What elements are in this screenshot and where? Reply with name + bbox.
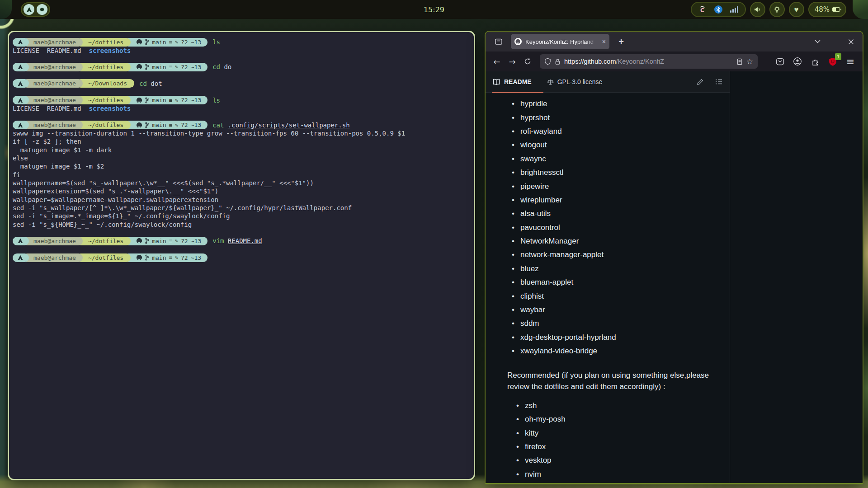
bookmark-star-icon[interactable]: ☆ — [746, 58, 753, 66]
git-branch-name: main — [152, 122, 166, 128]
headset-icon: C — [698, 5, 707, 14]
tray-headset-button[interactable]: C — [698, 5, 707, 14]
github-icon — [136, 254, 142, 261]
github-icon — [136, 39, 142, 45]
terminal-output-line: else — [13, 154, 469, 162]
terminal-text: screenshots — [89, 47, 131, 54]
chevron-down-icon — [815, 40, 821, 43]
reload-icon — [524, 58, 531, 65]
prompt-os-segment — [13, 237, 29, 245]
tab-close-button[interactable]: × — [602, 38, 606, 45]
recommended-paragraph: Recommended (if you plan on using someth… — [507, 370, 712, 392]
git-untracked-count: ?2 — [181, 254, 188, 261]
svg-text:C: C — [700, 7, 704, 14]
terminal-window[interactable]: maeb@archmae ~/dotfiles main ≡ ✎ ?2 ~13 … — [8, 31, 475, 480]
tray-bluetooth-button[interactable] — [714, 5, 722, 14]
extensions-button[interactable] — [810, 56, 820, 66]
package-item: rofi-wayland — [512, 125, 730, 138]
git-edit-icon: ✎ — [175, 97, 178, 103]
adblocker-button[interactable]: 1 — [828, 56, 838, 66]
terminal-prompt-line: maeb@archmae ~/dotfiles main ≡ ✎ ?2 ~13 … — [13, 237, 469, 245]
git-untracked-count: ?2 — [181, 122, 188, 128]
terminal-output-line: sed -i "s_image=.*_image=${1}_" ~/.confi… — [13, 212, 469, 220]
lock-icon[interactable] — [555, 58, 561, 65]
terminal-text — [224, 122, 227, 129]
git-modified-count: ~13 — [191, 254, 201, 261]
shield-icon[interactable] — [544, 58, 551, 65]
shell-prompt: maeb@archmae ~/Downloads — [13, 79, 134, 88]
git-sync-status: ≡ — [169, 39, 172, 45]
list-item-label: alsa-utils — [520, 209, 551, 218]
back-button[interactable]: ← — [490, 55, 504, 68]
battery-widget[interactable]: 48% — [808, 2, 846, 17]
shell-prompt: maeb@archmae ~/dotfiles main ≡ ✎ ?2 ~13 — [13, 121, 208, 129]
git-edit-icon: ✎ — [175, 238, 178, 244]
git-branch-name: main — [152, 97, 166, 103]
readme-label: README — [504, 78, 532, 85]
reader-mode-icon[interactable] — [736, 58, 743, 65]
terminal-text: matugen image $1 -m dark — [13, 146, 112, 154]
terminal-text: do — [220, 63, 231, 70]
package-item: alsa-utils — [512, 207, 730, 221]
reload-button[interactable] — [521, 55, 534, 68]
tab-readme[interactable]: README — [493, 78, 532, 85]
github-icon — [136, 64, 142, 70]
list-item-label: pavucontrol — [520, 223, 560, 232]
battery-percent: 48% — [815, 5, 830, 14]
outline-button[interactable] — [715, 79, 722, 85]
browser-tab[interactable]: Keyoonz/KonfiZ: Hyprland × — [511, 34, 609, 49]
law-scales-icon — [547, 79, 554, 85]
git-edit-icon: ✎ — [175, 64, 178, 70]
terminal-link[interactable]: .config/scripts/set-wallpaper.sh — [228, 122, 350, 129]
dot-button[interactable] — [37, 4, 47, 15]
terminal-text: matugen image $1 -m $2 — [13, 163, 104, 170]
list-all-tabs-button[interactable] — [811, 35, 824, 48]
tray-network-button[interactable] — [730, 6, 738, 13]
list-item-label: xwayland-video-bridge — [520, 347, 597, 356]
package-item: xdg-desktop-portal-hyprland — [512, 331, 730, 344]
recommended-item: zsh — [516, 399, 730, 413]
package-item: cliphist — [512, 289, 730, 303]
account-button[interactable] — [793, 56, 802, 66]
package-item: wlogout — [512, 138, 730, 152]
terminal-text: wallpaper=$wallpapername-wallpaper.$wall… — [13, 196, 218, 203]
prompt-dir-segment: ~/dotfiles — [76, 63, 131, 71]
package-item: sddm — [512, 317, 730, 330]
list-item-label: brightnessctl — [520, 168, 563, 177]
brightness-button[interactable] — [769, 2, 785, 17]
menu-button[interactable]: ≡ — [845, 56, 855, 66]
git-sync-status: ≡ — [169, 97, 172, 103]
terminal-text: swww img --transition-duration 1 --trans… — [13, 130, 405, 137]
arch-logo-icon — [18, 238, 23, 244]
recommended-item: nvim — [516, 468, 730, 481]
prompt-dir-segment: ~/dotfiles — [76, 237, 131, 245]
terminal-text: else — [13, 155, 28, 162]
terminal-output-line: LICENSE README.md screenshots — [13, 46, 469, 54]
license-label: GPL-3.0 license — [557, 78, 603, 85]
new-tab-button[interactable]: + — [615, 35, 627, 48]
recommended-item: oh-my-posh — [516, 413, 730, 426]
git-branch-icon — [145, 254, 149, 261]
heart-icon: ♥ — [794, 6, 799, 14]
forward-button[interactable]: → — [505, 55, 519, 68]
toolbar-extensions-area: 1 ≡ — [775, 56, 858, 66]
url-bar[interactable]: https://github.com/Keyoonz/KonfiZ ☆ — [540, 54, 758, 69]
terminal-prompt-line: maeb@archmae ~/dotfiles main ≡ ✎ ?2 ~13 — [13, 253, 469, 262]
url-host: github.com — [584, 58, 616, 65]
terminal-prompt-line: maeb@archmae ~/dotfiles main ≡ ✎ ?2 ~13 … — [13, 63, 469, 71]
terminal-link[interactable]: README.md — [228, 237, 262, 244]
readme-body: hypridle hyprshot rofi-wayland wlogout s… — [486, 93, 730, 484]
terminal-output-line: sed -i "s_wallpaper/[^ ]*\.\w*_wallpaper… — [13, 204, 469, 212]
firefox-view-button[interactable] — [492, 35, 505, 48]
package-item: NetworkManager — [512, 235, 730, 248]
window-close-button[interactable] — [844, 35, 857, 48]
page-content: README GPL-3.0 license — [486, 71, 863, 484]
tab-license[interactable]: GPL-3.0 license — [547, 78, 603, 85]
favorites-button[interactable]: ♥ — [789, 2, 804, 17]
account-icon — [793, 57, 802, 66]
edit-readme-button[interactable] — [697, 79, 703, 85]
volume-button[interactable] — [750, 2, 765, 17]
terminal-output-line: matugen image $1 -m dark — [13, 145, 469, 154]
pocket-button[interactable] — [775, 56, 785, 66]
arch-menu-button[interactable] — [24, 4, 34, 15]
